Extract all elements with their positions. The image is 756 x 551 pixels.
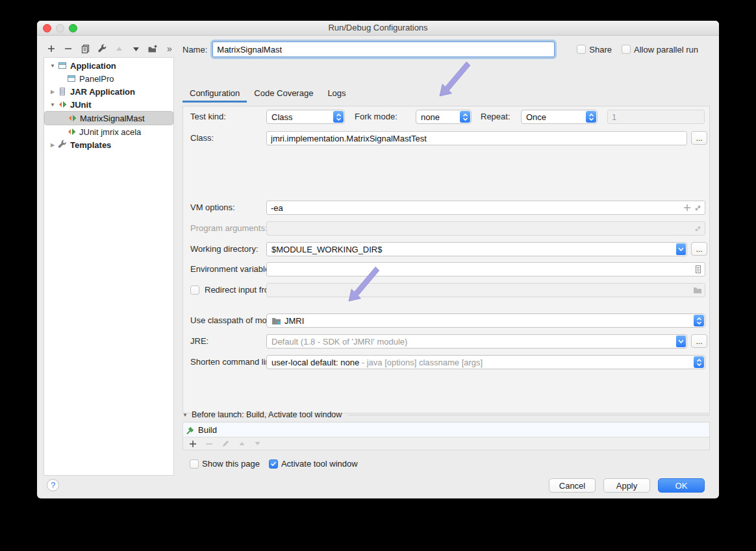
activate-tool-window-row: Activate tool window bbox=[269, 459, 358, 469]
edit-defaults-wrench-icon[interactable] bbox=[97, 43, 107, 54]
remove-icon[interactable] bbox=[63, 43, 73, 54]
jre-browse-button[interactable]: ... bbox=[691, 334, 707, 348]
tree-item-jar-application[interactable]: ▶ JAR Application bbox=[44, 85, 173, 98]
repeat-select[interactable]: Once bbox=[521, 110, 598, 124]
class-label: Class: bbox=[190, 131, 214, 145]
junit-icon bbox=[66, 127, 77, 137]
wrench-icon bbox=[57, 140, 68, 150]
run-debug-configurations-dialog: Run/Debug Configurations » ▼ bbox=[37, 21, 719, 498]
tree-item-label: JUnit bbox=[70, 100, 92, 110]
fork-mode-label: Fork mode: bbox=[355, 110, 397, 124]
help-button[interactable]: ? bbox=[47, 479, 59, 491]
stepper-icon bbox=[460, 111, 470, 123]
shorten-command-line-select[interactable]: user-local default: none - java [options… bbox=[266, 355, 705, 369]
copy-icon[interactable] bbox=[80, 43, 90, 54]
expand-collapse-icon[interactable]: ▶ bbox=[48, 89, 57, 95]
before-launch-list: Build bbox=[183, 422, 710, 450]
tab-configuration[interactable]: Configuration bbox=[183, 83, 247, 103]
ok-button[interactable]: OK bbox=[658, 478, 705, 493]
expand-field-icon bbox=[694, 225, 702, 233]
allow-parallel-run-checkbox[interactable] bbox=[622, 45, 631, 54]
add-icon[interactable] bbox=[189, 440, 197, 448]
activate-tool-window-label: Activate tool window bbox=[281, 459, 358, 469]
stepper-icon bbox=[333, 111, 344, 123]
tree-toolbar: » bbox=[46, 42, 175, 55]
share-checkbox[interactable] bbox=[577, 45, 586, 54]
show-this-page-checkbox[interactable] bbox=[190, 459, 199, 469]
folder-icon bbox=[693, 286, 702, 294]
before-launch-item-build[interactable]: Build bbox=[183, 422, 709, 437]
tree-item-junit[interactable]: ▼ JUnit bbox=[44, 98, 173, 111]
before-launch-item-label: Build bbox=[198, 425, 217, 435]
working-directory-browse-button[interactable]: ... bbox=[691, 242, 707, 256]
redirect-input-checkbox[interactable] bbox=[190, 286, 199, 295]
configuration-editor: Name: Share Allow parallel run Configura… bbox=[183, 42, 710, 498]
name-input[interactable] bbox=[212, 42, 555, 57]
remove-icon bbox=[205, 440, 213, 448]
application-icon bbox=[66, 73, 77, 84]
name-label: Name: bbox=[183, 45, 207, 55]
working-directory-label: Working directory: bbox=[190, 242, 258, 256]
environment-variables-label: Environment variables: bbox=[190, 262, 276, 276]
apply-button[interactable]: Apply bbox=[603, 478, 650, 493]
edit-pencil-icon bbox=[221, 439, 230, 448]
junit-icon bbox=[57, 99, 68, 110]
more-actions-icon[interactable]: » bbox=[164, 43, 175, 54]
working-directory-combo[interactable]: $MODULE_WORKING_DIR$ bbox=[266, 242, 687, 256]
expand-collapse-icon[interactable]: ▼ bbox=[48, 102, 57, 108]
application-icon bbox=[57, 60, 68, 71]
new-folder-icon[interactable] bbox=[147, 43, 158, 54]
junit-icon bbox=[67, 113, 77, 123]
fork-mode-select[interactable]: none bbox=[416, 110, 472, 124]
tab-bar: Configuration Code Coverage Logs bbox=[183, 83, 353, 103]
tab-logs[interactable]: Logs bbox=[320, 83, 353, 103]
share-label: Share bbox=[589, 45, 612, 55]
show-this-page-row: Show this page bbox=[190, 459, 260, 469]
tree-item-junit-jmrix-acela[interactable]: JUnit jmrix acela bbox=[44, 125, 173, 138]
titlebar: Run/Debug Configurations bbox=[37, 21, 719, 36]
tree-item-label: Application bbox=[70, 61, 116, 71]
tree-item-panelpro[interactable]: PanelPro bbox=[44, 72, 173, 85]
share-checkbox-row: Share bbox=[577, 45, 612, 55]
tree-item-label: JAR Application bbox=[70, 87, 135, 97]
vm-options-label: VM options: bbox=[190, 201, 235, 215]
tree-item-application[interactable]: ▼ Application bbox=[44, 59, 173, 72]
tree-item-templates[interactable]: ▶ Templates bbox=[44, 138, 173, 151]
vm-options-input[interactable] bbox=[266, 201, 705, 215]
repeat-count-input bbox=[607, 110, 705, 124]
tree-item-matrixsignalmast-selected[interactable]: MatrixSignalMast bbox=[44, 111, 173, 125]
program-arguments-label: Program arguments: bbox=[190, 221, 268, 236]
expand-collapse-icon[interactable]: ▶ bbox=[48, 142, 57, 148]
configurations-tree: ▼ Application PanelPro ▶ JAR Application… bbox=[44, 57, 174, 476]
expand-collapse-icon[interactable]: ▼ bbox=[48, 63, 57, 69]
edit-variables-icon[interactable] bbox=[694, 265, 702, 274]
tab-code-coverage[interactable]: Code Coverage bbox=[247, 83, 320, 103]
expand-field-icon[interactable] bbox=[694, 204, 702, 212]
cancel-button[interactable]: Cancel bbox=[549, 478, 596, 493]
test-kind-select[interactable]: Class bbox=[266, 110, 345, 124]
before-launch-header[interactable]: ▼ Before launch: Build, Activate tool wi… bbox=[183, 410, 710, 419]
desktop-background: Run/Debug Configurations » ▼ bbox=[0, 0, 756, 551]
before-launch-title: Before launch: Build, Activate tool wind… bbox=[192, 410, 342, 419]
window-title: Run/Debug Configurations bbox=[37, 23, 719, 32]
add-macro-icon[interactable] bbox=[683, 204, 691, 212]
tree-item-label: MatrixSignalMast bbox=[80, 114, 145, 123]
allow-parallel-row: Allow parallel run bbox=[622, 45, 698, 55]
before-launch-toolbar bbox=[183, 437, 709, 450]
class-browse-button[interactable]: ... bbox=[691, 131, 707, 145]
shorten-command-line-label: Shorten command line: bbox=[190, 355, 277, 369]
jre-combo[interactable]: Default (1.8 - SDK of 'JMRI' module) bbox=[266, 334, 687, 349]
move-up-icon[interactable] bbox=[114, 43, 124, 54]
collapse-triangle-icon[interactable]: ▼ bbox=[183, 412, 188, 418]
use-classpath-select[interactable]: JMRI bbox=[266, 313, 705, 328]
allow-parallel-run-label: Allow parallel run bbox=[634, 45, 698, 55]
activate-tool-window-checkbox[interactable] bbox=[269, 459, 278, 469]
add-icon[interactable] bbox=[46, 43, 57, 54]
dialog-buttons: Cancel Apply OK bbox=[549, 478, 705, 493]
environment-variables-input[interactable] bbox=[266, 262, 705, 276]
stepper-icon bbox=[586, 111, 596, 123]
chevron-down-icon bbox=[676, 336, 686, 347]
move-down-icon[interactable] bbox=[131, 43, 141, 54]
jre-label: JRE: bbox=[190, 334, 208, 349]
class-input[interactable] bbox=[266, 131, 687, 145]
